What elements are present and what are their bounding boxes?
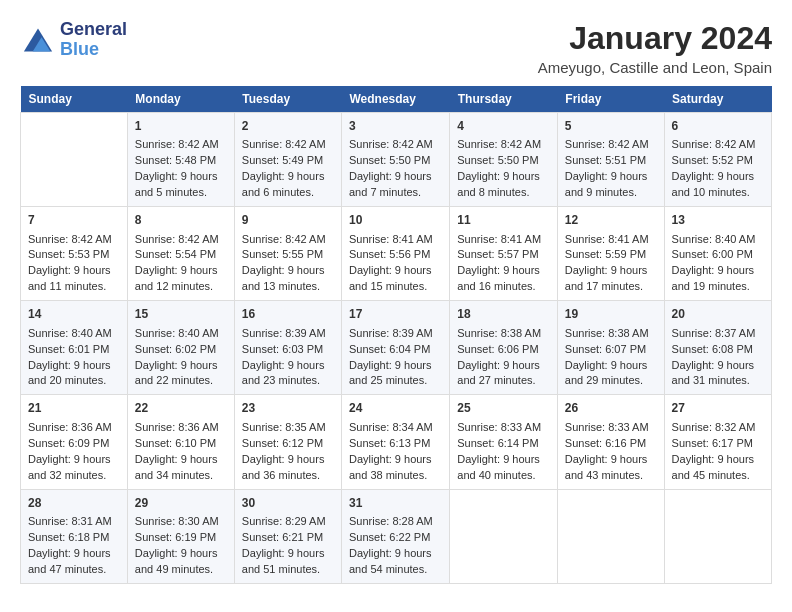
day-number: 6: [672, 118, 764, 135]
calendar-cell: 5Sunrise: 8:42 AMSunset: 5:51 PMDaylight…: [557, 113, 664, 207]
calendar-cell: 7Sunrise: 8:42 AMSunset: 5:53 PMDaylight…: [21, 207, 128, 301]
daylight-text: Daylight: 9 hours and 29 minutes.: [565, 358, 657, 390]
calendar-cell: 19Sunrise: 8:38 AMSunset: 6:07 PMDayligh…: [557, 301, 664, 395]
logo-text: General Blue: [60, 20, 127, 60]
day-number: 25: [457, 400, 550, 417]
calendar-cell: 4Sunrise: 8:42 AMSunset: 5:50 PMDaylight…: [450, 113, 558, 207]
calendar-cell: 14Sunrise: 8:40 AMSunset: 6:01 PMDayligh…: [21, 301, 128, 395]
sunset-text: Sunset: 5:53 PM: [28, 247, 120, 263]
calendar-cell: 11Sunrise: 8:41 AMSunset: 5:57 PMDayligh…: [450, 207, 558, 301]
logo: General Blue: [20, 20, 127, 60]
daylight-text: Daylight: 9 hours and 22 minutes.: [135, 358, 227, 390]
sunrise-text: Sunrise: 8:32 AM: [672, 420, 764, 436]
sunrise-text: Sunrise: 8:42 AM: [349, 137, 442, 153]
sunset-text: Sunset: 6:13 PM: [349, 436, 442, 452]
page-header: General Blue January 2024 Ameyugo, Casti…: [20, 20, 772, 76]
daylight-text: Daylight: 9 hours and 6 minutes.: [242, 169, 334, 201]
daylight-text: Daylight: 9 hours and 10 minutes.: [672, 169, 764, 201]
day-number: 13: [672, 212, 764, 229]
sunrise-text: Sunrise: 8:39 AM: [349, 326, 442, 342]
calendar-cell: 3Sunrise: 8:42 AMSunset: 5:50 PMDaylight…: [341, 113, 449, 207]
day-number: 9: [242, 212, 334, 229]
calendar-cell: 6Sunrise: 8:42 AMSunset: 5:52 PMDaylight…: [664, 113, 771, 207]
sunrise-text: Sunrise: 8:40 AM: [28, 326, 120, 342]
sunrise-text: Sunrise: 8:42 AM: [242, 137, 334, 153]
sunrise-text: Sunrise: 8:38 AM: [565, 326, 657, 342]
daylight-text: Daylight: 9 hours and 51 minutes.: [242, 546, 334, 578]
daylight-text: Daylight: 9 hours and 31 minutes.: [672, 358, 764, 390]
calendar-week-row: 1Sunrise: 8:42 AMSunset: 5:48 PMDaylight…: [21, 113, 772, 207]
day-number: 14: [28, 306, 120, 323]
sunrise-text: Sunrise: 8:37 AM: [672, 326, 764, 342]
calendar-cell: 16Sunrise: 8:39 AMSunset: 6:03 PMDayligh…: [234, 301, 341, 395]
sunset-text: Sunset: 6:01 PM: [28, 342, 120, 358]
sunset-text: Sunset: 6:21 PM: [242, 530, 334, 546]
day-number: 11: [457, 212, 550, 229]
daylight-text: Daylight: 9 hours and 11 minutes.: [28, 263, 120, 295]
calendar-cell: 23Sunrise: 8:35 AMSunset: 6:12 PMDayligh…: [234, 395, 341, 489]
title-block: January 2024 Ameyugo, Castille and Leon,…: [538, 20, 772, 76]
sunrise-text: Sunrise: 8:41 AM: [565, 232, 657, 248]
daylight-text: Daylight: 9 hours and 27 minutes.: [457, 358, 550, 390]
calendar-week-row: 7Sunrise: 8:42 AMSunset: 5:53 PMDaylight…: [21, 207, 772, 301]
day-number: 17: [349, 306, 442, 323]
calendar-cell: 28Sunrise: 8:31 AMSunset: 6:18 PMDayligh…: [21, 489, 128, 583]
weekday-header: Friday: [557, 86, 664, 113]
daylight-text: Daylight: 9 hours and 54 minutes.: [349, 546, 442, 578]
calendar-cell: 13Sunrise: 8:40 AMSunset: 6:00 PMDayligh…: [664, 207, 771, 301]
calendar-cell: 1Sunrise: 8:42 AMSunset: 5:48 PMDaylight…: [127, 113, 234, 207]
sunset-text: Sunset: 6:18 PM: [28, 530, 120, 546]
month-title: January 2024: [538, 20, 772, 57]
sunset-text: Sunset: 6:03 PM: [242, 342, 334, 358]
location-title: Ameyugo, Castille and Leon, Spain: [538, 59, 772, 76]
sunrise-text: Sunrise: 8:40 AM: [672, 232, 764, 248]
weekday-header: Saturday: [664, 86, 771, 113]
sunset-text: Sunset: 5:52 PM: [672, 153, 764, 169]
calendar-cell: 31Sunrise: 8:28 AMSunset: 6:22 PMDayligh…: [341, 489, 449, 583]
sunset-text: Sunset: 6:02 PM: [135, 342, 227, 358]
sunrise-text: Sunrise: 8:33 AM: [457, 420, 550, 436]
day-number: 7: [28, 212, 120, 229]
calendar-cell: 20Sunrise: 8:37 AMSunset: 6:08 PMDayligh…: [664, 301, 771, 395]
calendar-cell: [450, 489, 558, 583]
calendar-cell: 29Sunrise: 8:30 AMSunset: 6:19 PMDayligh…: [127, 489, 234, 583]
day-number: 18: [457, 306, 550, 323]
day-number: 15: [135, 306, 227, 323]
daylight-text: Daylight: 9 hours and 12 minutes.: [135, 263, 227, 295]
sunset-text: Sunset: 6:06 PM: [457, 342, 550, 358]
sunrise-text: Sunrise: 8:41 AM: [457, 232, 550, 248]
daylight-text: Daylight: 9 hours and 49 minutes.: [135, 546, 227, 578]
sunrise-text: Sunrise: 8:31 AM: [28, 514, 120, 530]
sunset-text: Sunset: 5:54 PM: [135, 247, 227, 263]
day-number: 19: [565, 306, 657, 323]
sunset-text: Sunset: 5:59 PM: [565, 247, 657, 263]
calendar-week-row: 28Sunrise: 8:31 AMSunset: 6:18 PMDayligh…: [21, 489, 772, 583]
logo-icon: [20, 25, 56, 55]
calendar-cell: [664, 489, 771, 583]
daylight-text: Daylight: 9 hours and 34 minutes.: [135, 452, 227, 484]
sunset-text: Sunset: 6:08 PM: [672, 342, 764, 358]
day-number: 21: [28, 400, 120, 417]
daylight-text: Daylight: 9 hours and 36 minutes.: [242, 452, 334, 484]
day-number: 20: [672, 306, 764, 323]
sunset-text: Sunset: 6:00 PM: [672, 247, 764, 263]
sunset-text: Sunset: 5:51 PM: [565, 153, 657, 169]
daylight-text: Daylight: 9 hours and 17 minutes.: [565, 263, 657, 295]
sunset-text: Sunset: 6:09 PM: [28, 436, 120, 452]
day-number: 31: [349, 495, 442, 512]
calendar-cell: 27Sunrise: 8:32 AMSunset: 6:17 PMDayligh…: [664, 395, 771, 489]
day-number: 28: [28, 495, 120, 512]
sunrise-text: Sunrise: 8:38 AM: [457, 326, 550, 342]
sunrise-text: Sunrise: 8:42 AM: [457, 137, 550, 153]
sunset-text: Sunset: 6:10 PM: [135, 436, 227, 452]
sunrise-text: Sunrise: 8:36 AM: [135, 420, 227, 436]
calendar-cell: 12Sunrise: 8:41 AMSunset: 5:59 PMDayligh…: [557, 207, 664, 301]
daylight-text: Daylight: 9 hours and 23 minutes.: [242, 358, 334, 390]
day-number: 27: [672, 400, 764, 417]
sunrise-text: Sunrise: 8:28 AM: [349, 514, 442, 530]
calendar-body: 1Sunrise: 8:42 AMSunset: 5:48 PMDaylight…: [21, 113, 772, 584]
weekday-header: Wednesday: [341, 86, 449, 113]
sunset-text: Sunset: 6:17 PM: [672, 436, 764, 452]
daylight-text: Daylight: 9 hours and 7 minutes.: [349, 169, 442, 201]
sunrise-text: Sunrise: 8:41 AM: [349, 232, 442, 248]
